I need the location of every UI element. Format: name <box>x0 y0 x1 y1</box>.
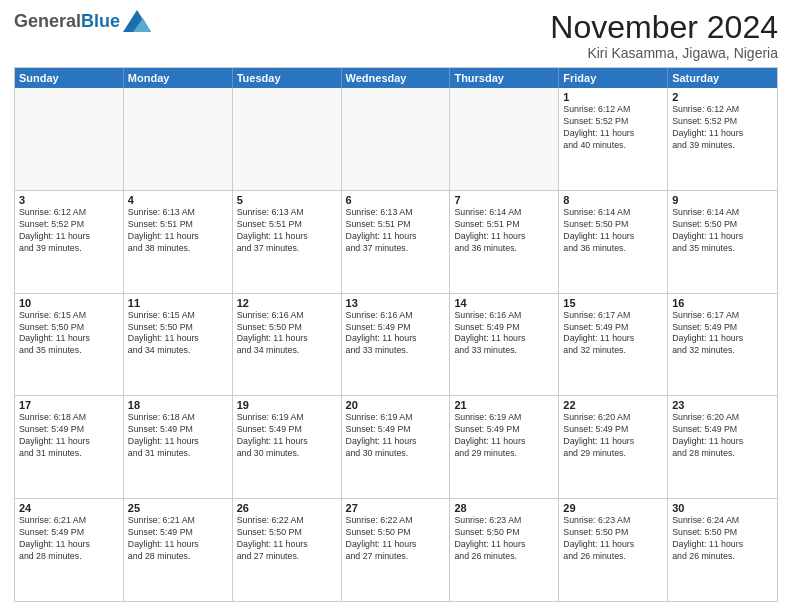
calendar-day-cell: 6Sunrise: 6:13 AM Sunset: 5:51 PM Daylig… <box>342 191 451 293</box>
day-info: Sunrise: 6:16 AM Sunset: 5:49 PM Dayligh… <box>346 310 446 358</box>
logo-text: General Blue <box>14 10 151 32</box>
day-number: 20 <box>346 399 446 411</box>
logo-blue: Blue <box>81 12 120 30</box>
day-info: Sunrise: 6:13 AM Sunset: 5:51 PM Dayligh… <box>237 207 337 255</box>
day-info: Sunrise: 6:21 AM Sunset: 5:49 PM Dayligh… <box>128 515 228 563</box>
day-number: 2 <box>672 91 773 103</box>
calendar-week-row: 17Sunrise: 6:18 AM Sunset: 5:49 PM Dayli… <box>15 395 777 498</box>
day-info: Sunrise: 6:13 AM Sunset: 5:51 PM Dayligh… <box>128 207 228 255</box>
calendar-day-cell: 18Sunrise: 6:18 AM Sunset: 5:49 PM Dayli… <box>124 396 233 498</box>
day-info: Sunrise: 6:17 AM Sunset: 5:49 PM Dayligh… <box>672 310 773 358</box>
calendar-day-cell: 27Sunrise: 6:22 AM Sunset: 5:50 PM Dayli… <box>342 499 451 601</box>
day-info: Sunrise: 6:20 AM Sunset: 5:49 PM Dayligh… <box>563 412 663 460</box>
day-info: Sunrise: 6:23 AM Sunset: 5:50 PM Dayligh… <box>454 515 554 563</box>
calendar-day-cell: 30Sunrise: 6:24 AM Sunset: 5:50 PM Dayli… <box>668 499 777 601</box>
calendar-day-cell: 7Sunrise: 6:14 AM Sunset: 5:51 PM Daylig… <box>450 191 559 293</box>
calendar-week-row: 3Sunrise: 6:12 AM Sunset: 5:52 PM Daylig… <box>15 190 777 293</box>
day-number: 6 <box>346 194 446 206</box>
calendar-header-cell: Thursday <box>450 68 559 88</box>
day-number: 15 <box>563 297 663 309</box>
calendar-week-row: 1Sunrise: 6:12 AM Sunset: 5:52 PM Daylig… <box>15 88 777 190</box>
day-info: Sunrise: 6:12 AM Sunset: 5:52 PM Dayligh… <box>563 104 663 152</box>
day-info: Sunrise: 6:22 AM Sunset: 5:50 PM Dayligh… <box>237 515 337 563</box>
calendar-day-cell: 25Sunrise: 6:21 AM Sunset: 5:49 PM Dayli… <box>124 499 233 601</box>
day-number: 12 <box>237 297 337 309</box>
day-info: Sunrise: 6:22 AM Sunset: 5:50 PM Dayligh… <box>346 515 446 563</box>
day-info: Sunrise: 6:15 AM Sunset: 5:50 PM Dayligh… <box>128 310 228 358</box>
calendar-header-cell: Saturday <box>668 68 777 88</box>
calendar-day-cell <box>15 88 124 190</box>
calendar: SundayMondayTuesdayWednesdayThursdayFrid… <box>14 67 778 602</box>
header: General Blue November 2024 Kiri Kasamma,… <box>14 10 778 61</box>
day-info: Sunrise: 6:16 AM Sunset: 5:49 PM Dayligh… <box>454 310 554 358</box>
day-info: Sunrise: 6:21 AM Sunset: 5:49 PM Dayligh… <box>19 515 119 563</box>
calendar-header-row: SundayMondayTuesdayWednesdayThursdayFrid… <box>15 68 777 88</box>
logo-icon <box>123 10 151 32</box>
day-number: 5 <box>237 194 337 206</box>
day-number: 19 <box>237 399 337 411</box>
day-number: 25 <box>128 502 228 514</box>
calendar-day-cell <box>124 88 233 190</box>
logo-general: General <box>14 12 81 30</box>
calendar-day-cell: 3Sunrise: 6:12 AM Sunset: 5:52 PM Daylig… <box>15 191 124 293</box>
day-number: 21 <box>454 399 554 411</box>
day-number: 24 <box>19 502 119 514</box>
calendar-day-cell: 14Sunrise: 6:16 AM Sunset: 5:49 PM Dayli… <box>450 294 559 396</box>
calendar-week-row: 10Sunrise: 6:15 AM Sunset: 5:50 PM Dayli… <box>15 293 777 396</box>
day-number: 14 <box>454 297 554 309</box>
day-number: 22 <box>563 399 663 411</box>
calendar-day-cell: 13Sunrise: 6:16 AM Sunset: 5:49 PM Dayli… <box>342 294 451 396</box>
calendar-day-cell: 2Sunrise: 6:12 AM Sunset: 5:52 PM Daylig… <box>668 88 777 190</box>
day-number: 18 <box>128 399 228 411</box>
calendar-day-cell: 28Sunrise: 6:23 AM Sunset: 5:50 PM Dayli… <box>450 499 559 601</box>
day-number: 23 <box>672 399 773 411</box>
day-number: 17 <box>19 399 119 411</box>
calendar-week-row: 24Sunrise: 6:21 AM Sunset: 5:49 PM Dayli… <box>15 498 777 601</box>
day-info: Sunrise: 6:14 AM Sunset: 5:51 PM Dayligh… <box>454 207 554 255</box>
day-info: Sunrise: 6:17 AM Sunset: 5:49 PM Dayligh… <box>563 310 663 358</box>
calendar-day-cell: 17Sunrise: 6:18 AM Sunset: 5:49 PM Dayli… <box>15 396 124 498</box>
calendar-day-cell: 29Sunrise: 6:23 AM Sunset: 5:50 PM Dayli… <box>559 499 668 601</box>
day-number: 7 <box>454 194 554 206</box>
calendar-day-cell: 8Sunrise: 6:14 AM Sunset: 5:50 PM Daylig… <box>559 191 668 293</box>
day-number: 11 <box>128 297 228 309</box>
day-number: 26 <box>237 502 337 514</box>
day-info: Sunrise: 6:12 AM Sunset: 5:52 PM Dayligh… <box>672 104 773 152</box>
page: General Blue November 2024 Kiri Kasamma,… <box>0 0 792 612</box>
day-info: Sunrise: 6:14 AM Sunset: 5:50 PM Dayligh… <box>672 207 773 255</box>
day-info: Sunrise: 6:24 AM Sunset: 5:50 PM Dayligh… <box>672 515 773 563</box>
day-info: Sunrise: 6:14 AM Sunset: 5:50 PM Dayligh… <box>563 207 663 255</box>
calendar-day-cell: 9Sunrise: 6:14 AM Sunset: 5:50 PM Daylig… <box>668 191 777 293</box>
day-number: 1 <box>563 91 663 103</box>
calendar-day-cell: 26Sunrise: 6:22 AM Sunset: 5:50 PM Dayli… <box>233 499 342 601</box>
day-info: Sunrise: 6:20 AM Sunset: 5:49 PM Dayligh… <box>672 412 773 460</box>
day-number: 9 <box>672 194 773 206</box>
calendar-day-cell: 22Sunrise: 6:20 AM Sunset: 5:49 PM Dayli… <box>559 396 668 498</box>
day-number: 28 <box>454 502 554 514</box>
day-number: 27 <box>346 502 446 514</box>
calendar-header-cell: Monday <box>124 68 233 88</box>
calendar-day-cell: 15Sunrise: 6:17 AM Sunset: 5:49 PM Dayli… <box>559 294 668 396</box>
day-info: Sunrise: 6:19 AM Sunset: 5:49 PM Dayligh… <box>454 412 554 460</box>
title-block: November 2024 Kiri Kasamma, Jigawa, Nige… <box>550 10 778 61</box>
calendar-day-cell: 5Sunrise: 6:13 AM Sunset: 5:51 PM Daylig… <box>233 191 342 293</box>
calendar-day-cell <box>342 88 451 190</box>
day-info: Sunrise: 6:13 AM Sunset: 5:51 PM Dayligh… <box>346 207 446 255</box>
day-info: Sunrise: 6:23 AM Sunset: 5:50 PM Dayligh… <box>563 515 663 563</box>
day-number: 8 <box>563 194 663 206</box>
calendar-day-cell: 24Sunrise: 6:21 AM Sunset: 5:49 PM Dayli… <box>15 499 124 601</box>
day-number: 10 <box>19 297 119 309</box>
calendar-day-cell: 4Sunrise: 6:13 AM Sunset: 5:51 PM Daylig… <box>124 191 233 293</box>
calendar-day-cell: 20Sunrise: 6:19 AM Sunset: 5:49 PM Dayli… <box>342 396 451 498</box>
day-info: Sunrise: 6:18 AM Sunset: 5:49 PM Dayligh… <box>19 412 119 460</box>
calendar-day-cell: 21Sunrise: 6:19 AM Sunset: 5:49 PM Dayli… <box>450 396 559 498</box>
day-number: 16 <box>672 297 773 309</box>
day-info: Sunrise: 6:15 AM Sunset: 5:50 PM Dayligh… <box>19 310 119 358</box>
calendar-day-cell: 12Sunrise: 6:16 AM Sunset: 5:50 PM Dayli… <box>233 294 342 396</box>
day-info: Sunrise: 6:18 AM Sunset: 5:49 PM Dayligh… <box>128 412 228 460</box>
calendar-day-cell: 10Sunrise: 6:15 AM Sunset: 5:50 PM Dayli… <box>15 294 124 396</box>
calendar-header-cell: Friday <box>559 68 668 88</box>
calendar-header-cell: Wednesday <box>342 68 451 88</box>
calendar-day-cell <box>450 88 559 190</box>
calendar-header-cell: Sunday <box>15 68 124 88</box>
